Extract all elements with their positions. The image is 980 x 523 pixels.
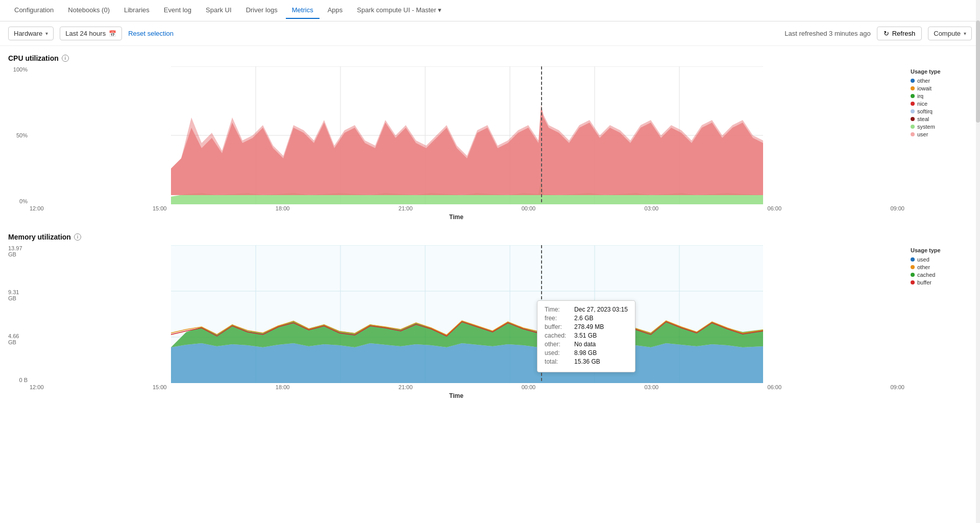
compute-label: Compute	[934, 30, 961, 37]
hardware-select[interactable]: Hardware ▾	[8, 27, 54, 40]
nav-sparkui[interactable]: Spark UI	[200, 2, 238, 19]
mem-x-1800: 18:00	[276, 384, 290, 390]
cpu-other-label: other	[917, 78, 930, 84]
mem-x-1200: 12:00	[30, 384, 44, 390]
timerange-label: Last 24 hours	[65, 30, 106, 37]
mem-x-0600: 06:00	[768, 384, 782, 390]
cpu-user-dot	[911, 132, 915, 136]
mem-x-1500: 15:00	[153, 384, 167, 390]
cpu-xaxis: 12:00 15:00 18:00 21:00 00:00 03:00 06:0…	[30, 204, 904, 212]
cpu-legend-title: Usage type	[911, 68, 972, 75]
cpu-x-0900: 09:00	[890, 205, 904, 211]
charts-area: CPU utilization i 100% 50% 0%	[0, 46, 980, 420]
mem-buffer-label: buffer	[917, 279, 932, 286]
memory-svg-container: Time: Dec 27, 2023 03:15 free: 2.6 GB bu…	[30, 245, 904, 383]
nav-driverlogs[interactable]: Driver logs	[240, 2, 284, 19]
mem-y-low: 4.66 GB	[8, 333, 28, 345]
cpu-legend-system: system	[911, 124, 972, 130]
mem-legend-other: other	[911, 264, 972, 270]
hardware-label: Hardware	[14, 30, 42, 37]
cpu-title-text: CPU utilization	[8, 54, 59, 62]
memory-legend: Usage type used other cached buffer	[911, 245, 972, 399]
cpu-system-dot	[911, 125, 915, 129]
cpu-legend-iowait: iowait	[911, 85, 972, 91]
memory-xaxis-title: Time	[8, 392, 904, 399]
cpu-legend-steal: steal	[911, 116, 972, 122]
cpu-iowait-label: iowait	[917, 85, 932, 91]
cpu-x-1500: 15:00	[153, 205, 167, 211]
cpu-svg	[30, 66, 904, 204]
mem-other-dot	[911, 265, 915, 269]
nav-apps[interactable]: Apps	[322, 2, 349, 19]
mem-legend-buffer: buffer	[911, 279, 972, 286]
mem-x-2100: 21:00	[399, 384, 413, 390]
cpu-softirq-dot	[911, 109, 915, 113]
memory-chart-section: Memory utilization i 13.97 GB 9.31 GB 4.…	[8, 233, 972, 399]
mem-y-top: 13.97 GB	[8, 245, 28, 257]
memory-svg	[30, 245, 904, 383]
mem-x-0300: 03:00	[645, 384, 659, 390]
nav-metrics[interactable]: Metrics	[286, 2, 320, 19]
mem-cached-label: cached	[917, 272, 935, 278]
cpu-x-0000: 00:00	[522, 205, 536, 211]
hardware-chevron: ▾	[45, 31, 48, 36]
cpu-xaxis-title: Time	[8, 213, 904, 221]
cpu-info-icon[interactable]: i	[62, 55, 69, 62]
memory-chart-title: Memory utilization i	[8, 233, 972, 241]
nav-eventlog[interactable]: Event log	[158, 2, 198, 19]
cpu-chart-title: CPU utilization i	[8, 54, 972, 62]
svg-marker-12	[171, 105, 763, 195]
memory-yaxis: 13.97 GB 9.31 GB 4.66 GB 0 B	[8, 245, 30, 383]
memory-chart-with-yaxis: 13.97 GB 9.31 GB 4.66 GB 0 B	[8, 245, 904, 383]
cpu-nice-label: nice	[917, 101, 927, 107]
mem-y-bot: 0 B	[19, 377, 28, 383]
refresh-label: Refresh	[892, 30, 916, 37]
mem-other-label: other	[917, 264, 930, 270]
cpu-y-50: 50%	[16, 132, 28, 138]
cpu-x-1200: 12:00	[30, 205, 44, 211]
scrollbar[interactable]	[976, 0, 980, 420]
memory-chart-area: 13.97 GB 9.31 GB 4.66 GB 0 B	[8, 245, 904, 399]
cpu-chart-section: CPU utilization i 100% 50% 0%	[8, 54, 972, 221]
memory-chart-wrapper: 13.97 GB 9.31 GB 4.66 GB 0 B	[8, 245, 972, 399]
nav-libraries[interactable]: Libraries	[118, 2, 156, 19]
cpu-steal-dot	[911, 117, 915, 121]
nav-configuration[interactable]: Configuration	[8, 2, 60, 19]
cpu-steal-label: steal	[917, 116, 929, 122]
reset-selection-link[interactable]: Reset selection	[128, 30, 174, 37]
toolbar: Hardware ▾ Last 24 hours 📅 Reset selecti…	[0, 21, 980, 46]
compute-select[interactable]: Compute ▾	[928, 27, 972, 40]
refresh-icon: ↻	[884, 30, 889, 37]
mem-legend-cached: cached	[911, 272, 972, 278]
cpu-legend-nice: nice	[911, 101, 972, 107]
compute-chevron: ▾	[964, 31, 966, 36]
calendar-icon: 📅	[109, 30, 116, 37]
memory-info-icon[interactable]: i	[74, 233, 81, 241]
cpu-iowait-dot	[911, 86, 915, 90]
mem-buffer-dot	[911, 280, 915, 284]
nav-sparkcompute[interactable]: Spark compute UI - Master ▾	[351, 2, 448, 19]
cpu-system-label: system	[917, 124, 935, 130]
cpu-legend-softirq: softirq	[911, 108, 972, 114]
cpu-legend-user: user	[911, 131, 972, 137]
cpu-x-0300: 03:00	[645, 205, 659, 211]
scrollbar-thumb[interactable]	[976, 20, 980, 123]
timerange-select[interactable]: Last 24 hours 📅	[60, 27, 122, 40]
cpu-chart-area: 100% 50% 0%	[8, 66, 904, 221]
mem-legend-used: used	[911, 256, 972, 263]
cpu-x-1800: 18:00	[276, 205, 290, 211]
cpu-x-0600: 06:00	[768, 205, 782, 211]
memory-xaxis: 12:00 15:00 18:00 21:00 00:00 03:00 06:0…	[30, 383, 904, 391]
mem-x-0900: 09:00	[890, 384, 904, 390]
mem-used-label: used	[917, 256, 929, 263]
cpu-chart-with-yaxis: 100% 50% 0%	[8, 66, 904, 204]
svg-marker-26	[171, 343, 763, 383]
refresh-button[interactable]: ↻ Refresh	[877, 27, 922, 40]
cpu-irq-dot	[911, 94, 915, 98]
cpu-x-2100: 21:00	[399, 205, 413, 211]
cpu-y-100: 100%	[13, 66, 28, 73]
nav-notebooks[interactable]: Notebooks (0)	[62, 2, 116, 19]
memory-legend-title: Usage type	[911, 247, 972, 253]
mem-cached-dot	[911, 273, 915, 277]
nav-bar: Configuration Notebooks (0) Libraries Ev…	[0, 0, 980, 21]
